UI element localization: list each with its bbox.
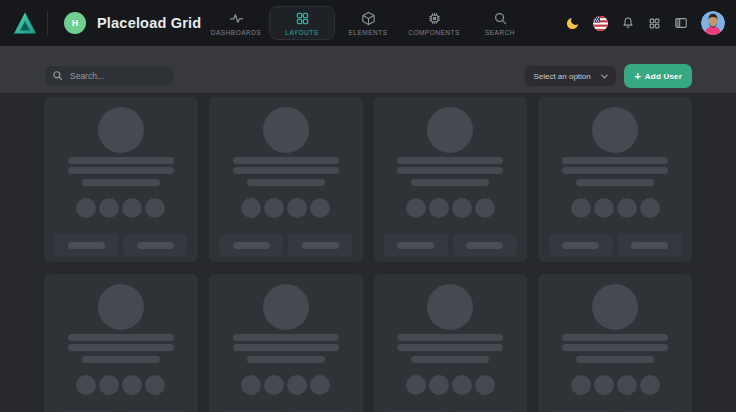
text-line-placeholder — [397, 157, 503, 164]
project-badge[interactable]: H — [64, 12, 86, 34]
text-line-short-placeholder — [411, 356, 489, 363]
dots-placeholder-row — [76, 375, 165, 395]
dot-placeholder — [452, 375, 472, 395]
text-line-placeholder — [233, 167, 339, 174]
text-line-placeholder — [397, 334, 503, 341]
avatar-placeholder — [592, 107, 638, 153]
main-nav: DASHBOARDS LAYOUTS ELEMENTS — [203, 0, 533, 46]
text-line-placeholder — [68, 344, 174, 351]
button-bar-placeholder — [302, 242, 339, 249]
button-bar-placeholder — [562, 242, 599, 249]
button-placeholder — [219, 234, 283, 256]
dot-placeholder — [287, 198, 307, 218]
dot-placeholder — [452, 198, 472, 218]
dots-placeholder-row — [241, 198, 330, 218]
search-icon — [493, 11, 508, 26]
text-line-short-placeholder — [82, 356, 160, 363]
placeholder-card — [44, 97, 198, 262]
add-user-label: Add User — [645, 72, 682, 81]
nav-item-elements[interactable]: ELEMENTS — [335, 6, 401, 40]
text-line-placeholder — [562, 157, 668, 164]
navbar: H Placeload Grid DASHBOARDS LAYOUTS — [0, 0, 736, 46]
moon-icon[interactable] — [565, 16, 580, 31]
text-line-placeholder — [562, 344, 668, 351]
search-input[interactable] — [70, 71, 167, 81]
dot-placeholder — [406, 375, 426, 395]
chip-icon — [427, 11, 442, 26]
cards-grid — [44, 97, 692, 412]
nav-item-label: SEARCH — [485, 29, 515, 36]
text-line-placeholder — [68, 167, 174, 174]
dot-placeholder — [571, 375, 591, 395]
dot-placeholder — [76, 375, 96, 395]
nav-item-components[interactable]: COMPONENTS — [401, 6, 467, 40]
text-line-short-placeholder — [82, 179, 160, 186]
plus-icon: + — [634, 71, 640, 82]
button-placeholder — [54, 234, 118, 256]
text-line-placeholder — [233, 157, 339, 164]
bell-icon[interactable] — [621, 16, 635, 30]
dots-placeholder-row — [571, 375, 660, 395]
dot-placeholder — [241, 375, 261, 395]
divider — [47, 11, 48, 35]
toolbar-actions: Select an option + Add User — [524, 64, 692, 88]
avatar-placeholder — [427, 284, 473, 330]
dot-placeholder — [594, 198, 614, 218]
option-select[interactable]: Select an option — [524, 65, 617, 87]
text-line-placeholder — [233, 334, 339, 341]
text-line-placeholder — [233, 344, 339, 351]
dot-placeholder — [617, 198, 637, 218]
dots-placeholder-row — [571, 198, 660, 218]
chevron-down-icon — [601, 74, 608, 79]
nav-item-label: ELEMENTS — [348, 29, 387, 36]
user-avatar[interactable] — [701, 11, 725, 35]
text-line-placeholder — [562, 167, 668, 174]
placeholder-card — [44, 274, 198, 412]
avatar-placeholder — [98, 284, 144, 330]
dot-placeholder — [475, 198, 495, 218]
apps-grid-icon[interactable] — [648, 17, 661, 30]
nav-item-search[interactable]: SEARCH — [467, 6, 533, 40]
dot-placeholder — [264, 375, 284, 395]
placeholder-card — [374, 274, 528, 412]
activity-icon — [229, 11, 244, 26]
button-placeholder — [384, 234, 448, 256]
panel-toggle-icon[interactable] — [674, 16, 688, 30]
avatar-placeholder — [263, 284, 309, 330]
page-title: Placeload Grid — [97, 15, 201, 31]
us-flag-icon[interactable] — [593, 16, 608, 31]
text-line-placeholder — [68, 157, 174, 164]
dot-placeholder — [429, 198, 449, 218]
search-box — [44, 65, 175, 87]
buttons-placeholder-row — [54, 234, 187, 256]
button-bar-placeholder — [137, 242, 174, 249]
text-line-short-placeholder — [411, 179, 489, 186]
dot-placeholder — [241, 198, 261, 218]
nav-item-label: COMPONENTS — [408, 29, 460, 36]
dot-placeholder — [475, 375, 495, 395]
text-line-short-placeholder — [576, 179, 654, 186]
text-line-placeholder — [397, 167, 503, 174]
button-placeholder — [549, 234, 613, 256]
add-user-button[interactable]: + Add User — [624, 64, 692, 88]
app-logo-icon[interactable] — [12, 10, 38, 36]
placeholder-card — [209, 274, 363, 412]
button-bar-placeholder — [397, 242, 434, 249]
nav-item-layouts[interactable]: LAYOUTS — [269, 6, 335, 40]
button-placeholder — [618, 234, 682, 256]
button-placeholder — [123, 234, 187, 256]
text-line-placeholder — [562, 334, 668, 341]
button-bar-placeholder — [233, 242, 270, 249]
avatar-placeholder — [592, 284, 638, 330]
button-placeholder — [453, 234, 517, 256]
placeholder-card — [538, 97, 692, 262]
brand: H Placeload Grid — [12, 10, 201, 36]
text-line-short-placeholder — [576, 356, 654, 363]
text-line-placeholder — [68, 334, 174, 341]
text-line-short-placeholder — [247, 356, 325, 363]
nav-item-dashboards[interactable]: DASHBOARDS — [203, 6, 269, 40]
button-bar-placeholder — [631, 242, 668, 249]
dot-placeholder — [145, 198, 165, 218]
dots-placeholder-row — [241, 375, 330, 395]
dot-placeholder — [264, 198, 284, 218]
